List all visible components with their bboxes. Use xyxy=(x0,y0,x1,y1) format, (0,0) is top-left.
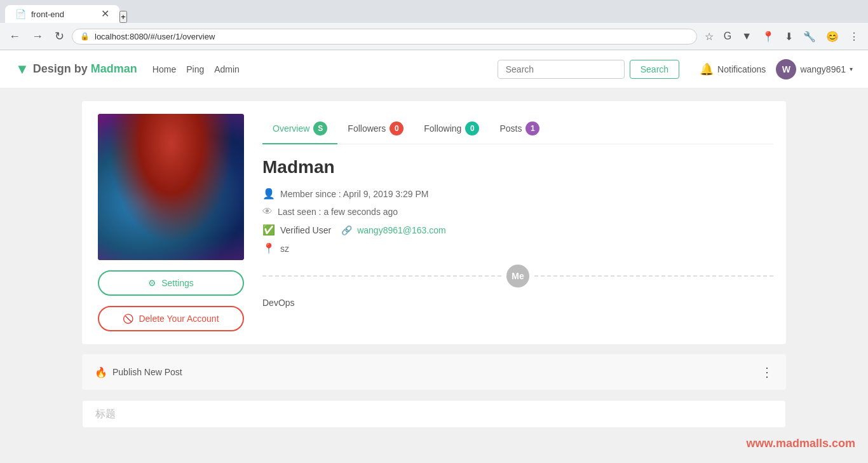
search-input[interactable] xyxy=(498,60,625,79)
tab-overview[interactable]: Overview S xyxy=(262,114,337,144)
gear-icon: ⚙ xyxy=(148,278,156,288)
devops-label: DevOps xyxy=(262,298,773,308)
left-divider xyxy=(262,275,501,277)
url-input[interactable] xyxy=(95,32,689,41)
notifications-label: Notifications xyxy=(717,64,766,74)
tab-bar: 📄 front-end ✕ + xyxy=(0,0,868,23)
browser-toolbar-right: ☆ G ▼ 📍 ⬇ 🔧 😊 ⋮ xyxy=(701,28,863,45)
nav-ping[interactable]: Ping xyxy=(186,64,204,74)
dropdown-arrow-icon: ▾ xyxy=(850,66,853,73)
settings-label: Settings xyxy=(161,278,194,288)
flame-icon: 🔥 xyxy=(95,366,107,378)
tab-posts[interactable]: Posts 1 xyxy=(489,114,550,144)
nav-home[interactable]: Home xyxy=(153,64,176,74)
tab-following[interactable]: Following 0 xyxy=(414,114,489,144)
navbar-right: 🔔 Notifications W wangy8961 ▾ xyxy=(700,59,853,79)
brand-madman: Madman xyxy=(91,62,137,75)
search-area: Search xyxy=(498,60,679,79)
extension6-button[interactable]: 😊 xyxy=(822,28,843,45)
bookmark-button[interactable]: ☆ xyxy=(701,28,717,45)
user-icon: 👤 xyxy=(262,188,275,200)
location-icon: 📍 xyxy=(262,242,275,254)
forward-button[interactable]: → xyxy=(28,27,47,46)
last-seen-text: Last seen : a few seconds ago xyxy=(278,207,398,217)
tab-following-label: Following xyxy=(424,123,461,134)
tab-overview-badge: S xyxy=(313,121,327,135)
address-bar[interactable]: 🔒 xyxy=(72,29,697,45)
tab-overview-label: Overview xyxy=(273,123,309,134)
member-since-text: Member since : April 9, 2019 3:29 PM xyxy=(280,189,428,199)
location-text: sz xyxy=(280,244,289,254)
notifications-button[interactable]: 🔔 Notifications xyxy=(700,62,766,76)
publish-title-text: Publish New Post xyxy=(112,367,182,377)
tab-page-icon: 📄 xyxy=(15,9,26,19)
browser-toolbar: ← → ↻ 🔒 ☆ G ▼ 📍 ⬇ 🔧 😊 ⋮ xyxy=(0,23,868,50)
extension5-button[interactable]: 🔧 xyxy=(799,28,820,45)
active-tab[interactable]: 📄 front-end ✕ xyxy=(5,5,119,23)
publish-header: 🔥 Publish New Post ⋮ xyxy=(95,364,773,380)
vue-logo-icon: ▼ xyxy=(15,61,29,78)
title-input[interactable] xyxy=(95,408,773,420)
tab-title: front-end xyxy=(31,10,64,19)
me-badge: Me xyxy=(506,265,529,287)
profile-avatar xyxy=(98,114,244,260)
publish-section: 🔥 Publish New Post ⋮ xyxy=(82,354,786,390)
email-link[interactable]: wangy8961@163.com xyxy=(357,225,446,235)
divider-row: Me xyxy=(262,265,773,287)
delete-label: Delete Your Account xyxy=(139,314,219,324)
profile-username: Madman xyxy=(262,157,773,177)
location-row: 📍 sz xyxy=(262,242,773,254)
brand-logo[interactable]: ▼ Design by Madman xyxy=(15,61,137,78)
member-since-row: 👤 Member since : April 9, 2019 3:29 PM xyxy=(262,188,773,200)
user-menu[interactable]: W wangy8961 ▾ xyxy=(776,59,853,79)
tab-followers[interactable]: Followers 0 xyxy=(337,114,414,144)
user-name-label: wangy8961 xyxy=(800,64,846,74)
extension3-button[interactable]: 📍 xyxy=(758,28,778,45)
profile-right: Overview S Followers 0 Following 0 Posts… xyxy=(262,114,773,331)
tab-close-button[interactable]: ✕ xyxy=(101,9,109,19)
navbar: ▼ Design by Madman Home Ping Admin Searc… xyxy=(0,50,868,88)
page-content: ▼ Design by Madman Home Ping Admin Searc… xyxy=(0,50,868,462)
verified-label: Verified User xyxy=(280,225,331,235)
reload-button[interactable]: ↻ xyxy=(51,27,68,46)
publish-menu-button[interactable]: ⋮ xyxy=(761,364,773,380)
title-input-section xyxy=(82,400,786,428)
browser-chrome: 📄 front-end ✕ + ← → ↻ 🔒 ☆ G ▼ 📍 ⬇ 🔧 😊 ⋮ xyxy=(0,0,868,50)
extension1-button[interactable]: G xyxy=(720,28,735,45)
check-icon: ✅ xyxy=(262,224,275,236)
ban-icon: 🚫 xyxy=(123,314,133,324)
browser-menu-button[interactable]: ⋮ xyxy=(845,28,863,45)
last-seen-row: 👁 Last seen : a few seconds ago xyxy=(262,206,773,218)
nav-admin[interactable]: Admin xyxy=(214,64,240,74)
right-divider xyxy=(534,275,773,277)
link-icon: 🔗 xyxy=(341,225,352,235)
brand-design: Design by xyxy=(33,62,91,75)
tab-posts-badge: 1 xyxy=(526,121,539,135)
settings-button[interactable]: ⚙ Settings xyxy=(98,270,244,296)
back-button[interactable]: ← xyxy=(5,27,24,46)
profile-card: ⚙ Settings 🚫 Delete Your Account Overvie… xyxy=(82,101,786,344)
extension2-button[interactable]: ▼ xyxy=(738,28,756,45)
search-button[interactable]: Search xyxy=(630,60,679,79)
verified-row: ✅ Verified User 🔗 wangy8961@163.com xyxy=(262,224,773,236)
tab-followers-badge: 0 xyxy=(390,121,403,135)
brand-text: Design by Madman xyxy=(33,62,137,76)
publish-title: 🔥 Publish New Post xyxy=(95,366,182,378)
user-avatar: W xyxy=(776,59,796,79)
delete-account-button[interactable]: 🚫 Delete Your Account xyxy=(98,306,244,331)
new-tab-button[interactable]: + xyxy=(119,11,127,23)
tab-followers-label: Followers xyxy=(348,123,386,134)
tab-following-badge: 0 xyxy=(465,121,479,135)
eye-icon: 👁 xyxy=(262,206,273,218)
bell-icon: 🔔 xyxy=(700,62,714,76)
profile-left: ⚙ Settings 🚫 Delete Your Account xyxy=(95,114,247,331)
avatar-image xyxy=(98,114,244,260)
security-icon: 🔒 xyxy=(80,32,90,41)
profile-tabs: Overview S Followers 0 Following 0 Posts… xyxy=(262,114,773,144)
main-container: ⚙ Settings 🚫 Delete Your Account Overvie… xyxy=(72,88,796,441)
avatar-initials: W xyxy=(782,64,790,74)
extension4-button[interactable]: ⬇ xyxy=(781,28,797,45)
tab-posts-label: Posts xyxy=(499,123,522,134)
nav-links: Home Ping Admin xyxy=(153,64,240,74)
